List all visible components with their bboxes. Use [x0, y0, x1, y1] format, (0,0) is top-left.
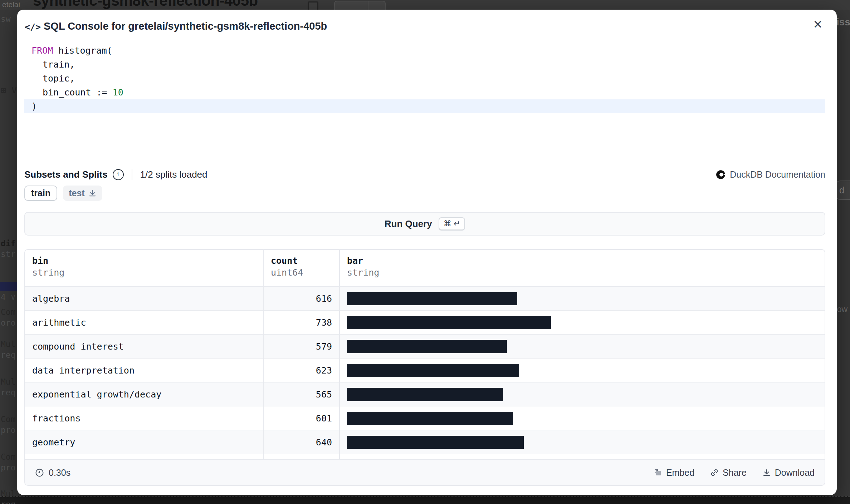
cell-bar: [340, 335, 825, 358]
sql-keyword: FROM: [31, 45, 53, 56]
table-row: fractions 601: [25, 406, 825, 430]
download-label: Download: [775, 468, 815, 478]
results-table: bin string count uint64 bar string algeb…: [24, 249, 825, 486]
share-button[interactable]: Share: [710, 468, 747, 478]
split-test-button[interactable]: test: [63, 186, 102, 201]
cell-bin: fractions: [25, 406, 264, 430]
bar-fill: [347, 364, 519, 377]
table-row: arithmetic 738: [25, 310, 825, 334]
info-icon[interactable]: i: [113, 169, 124, 180]
bar-fill: [347, 412, 513, 425]
cell-bin: exponential growth/decay: [25, 382, 264, 406]
background-text-fragment: 4 ∨: [1, 292, 16, 302]
code-text: histogram(: [53, 45, 112, 56]
background-text-fragment: req: [1, 388, 16, 397]
column-name: bar: [347, 256, 825, 266]
background-text-fragment: Com: [1, 452, 16, 461]
table-row: [25, 454, 825, 459]
code-text: ): [31, 101, 37, 112]
footer-actions: Embed Share Download: [654, 468, 815, 478]
splits-heading: Subsets and Splits: [24, 169, 108, 180]
sql-editor[interactable]: FROM histogram( train, topic, bin_count …: [24, 44, 825, 113]
background-repo-owner: etelai: [2, 0, 20, 9]
column-name: bin: [32, 256, 263, 266]
splits-section-header: Subsets and Splits i 1/2 splits loaded D…: [24, 166, 825, 183]
background-page-bottom-bar: [0, 496, 850, 504]
background-text-fragment: Com: [1, 415, 16, 424]
link-icon: [710, 468, 719, 477]
cell-count: 565: [264, 382, 340, 406]
column-type: string: [347, 267, 825, 278]
embed-icon: [654, 468, 662, 477]
download-icon: [762, 468, 771, 477]
run-query-label: Run Query: [385, 218, 432, 229]
duckdb-documentation-link[interactable]: DuckDB Documentation: [716, 169, 825, 180]
background-text-fragment: sw: [1, 14, 11, 24]
table-row: algebra 616: [25, 286, 825, 310]
cell-bin: [25, 454, 264, 459]
close-button[interactable]: ×: [808, 15, 827, 34]
cell-bar: [340, 287, 825, 310]
cell-bin: algebra: [25, 287, 264, 310]
code-line: bin_count := 10: [24, 85, 825, 99]
table-row: compound interest 579: [25, 334, 825, 358]
background-text-fragment: Mul: [1, 340, 16, 349]
sql-number: 10: [113, 87, 123, 98]
table-row: exponential growth/decay 565: [25, 382, 825, 406]
query-time: 0.30s: [35, 468, 70, 478]
column-header-count: count uint64: [264, 250, 340, 286]
cell-bar: [340, 382, 825, 406]
bar-fill: [347, 436, 524, 449]
background-button-fragment: d: [836, 181, 850, 200]
active-code-line: ): [24, 99, 825, 113]
column-type: uint64: [271, 267, 339, 278]
code-line: train,: [24, 58, 825, 71]
run-query-button[interactable]: Run Query ⌘ ↵: [24, 212, 825, 236]
background-text-fragment: Mul: [1, 377, 16, 386]
cell-count: [264, 454, 340, 459]
table-footer: 0.30s Embed Share: [25, 459, 825, 485]
cell-bar: [340, 359, 825, 382]
cell-bar: [340, 430, 825, 454]
background-text-fragment: dif: [1, 239, 16, 248]
split-train-button[interactable]: train: [24, 186, 57, 201]
table-row: data interpretation 623: [25, 358, 825, 382]
background-text-fragment: issa: [836, 16, 850, 28]
cell-bar: [340, 311, 825, 334]
background-text-fragment: req: [1, 500, 16, 504]
background-text-fragment: pro: [1, 425, 16, 435]
split-test-label: test: [69, 188, 84, 198]
code-line: FROM histogram(: [24, 44, 825, 58]
code-text: topic,: [43, 73, 75, 84]
download-button[interactable]: Download: [762, 468, 815, 478]
code-text: bin_count :=: [43, 87, 113, 98]
cell-count: 579: [264, 335, 340, 358]
cell-bin: compound interest: [25, 335, 264, 358]
column-header-bin: bin string: [25, 250, 264, 286]
code-line: topic,: [24, 71, 825, 85]
column-type: string: [32, 267, 263, 278]
share-label: Share: [723, 468, 747, 478]
duckdb-logo-icon: [716, 170, 726, 179]
clock-icon: [35, 468, 44, 477]
duckdb-documentation-label: DuckDB Documentation: [730, 169, 825, 180]
cell-count: 623: [264, 359, 340, 382]
bar-fill: [347, 316, 551, 329]
cell-bin: data interpretation: [25, 359, 264, 382]
background-dataset-title: synthetic-gsm8k-reflection-405b: [33, 0, 258, 9]
sql-console-modal: </> SQL Console for gretelai/synthetic-g…: [17, 10, 837, 495]
table-body[interactable]: algebra 616 arithmetic 738 compound inte…: [25, 286, 825, 459]
background-text-fragment: Com: [1, 307, 16, 317]
download-icon: [88, 189, 97, 197]
code-icon: </>: [25, 22, 41, 32]
query-time-value: 0.30s: [49, 468, 70, 478]
cell-bin: arithmetic: [25, 311, 264, 334]
embed-button[interactable]: Embed: [654, 468, 694, 478]
cell-count: 640: [264, 430, 340, 454]
modal-title: SQL Console for gretelai/synthetic-gsm8k…: [44, 20, 327, 32]
column-name: count: [271, 256, 339, 266]
background-text-fragment: req: [1, 350, 16, 360]
background-text-fragment: d: [839, 185, 844, 196]
cell-bar: [340, 454, 825, 459]
divider: [132, 169, 132, 180]
